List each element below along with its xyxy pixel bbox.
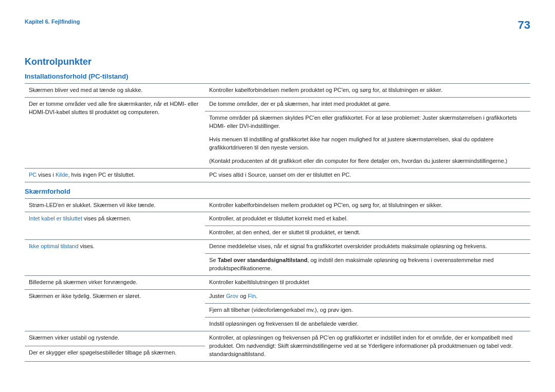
solution-cell: Kontroller kabelforbindelsen mellem prod… [205,84,530,98]
pc-ref: PC [29,172,36,178]
solution-cell: Kontroller, at opløsningen og frekvensen… [205,331,530,361]
solution-cell: Tomme områder på skærmen skyldes PC'en e… [205,111,530,133]
issue-cell: Der er tomme områder ved alle fire skærm… [25,97,205,168]
solution-cell: De tomme områder, der er på skærmen, har… [205,97,530,111]
table-row: Skærmen virker ustabil og rystende. Kont… [25,331,530,346]
solution-cell: (Kontakt producenten af dit grafikkort e… [205,155,530,168]
section2-heading: Skærmforhold [25,188,530,195]
msg-ref: Intet kabel er tilsluttet [29,215,82,221]
issue-cell: Der er skygger eller spøgelsesbilleder t… [25,346,205,361]
table-row: Billederne på skærmen virker forvrængede… [25,276,530,290]
table-row: PC vises i Kilde, hvis ingen PC er tilsl… [25,168,530,182]
chapter-label: Kapitel 6. Fejlfinding [25,18,80,25]
page-title: Kontrolpunkter [25,57,530,67]
solution-cell: Kontroller, at den enhed, der er sluttet… [205,226,530,240]
solution-cell: Kontroller kabeltilslutningen til produk… [205,276,530,290]
section2-table: Strøm-LED'en er slukket. Skærmen vil ikk… [25,198,530,362]
issue-cell: Strøm-LED'en er slukket. Skærmen vil ikk… [25,198,205,212]
table-row: Strøm-LED'en er slukket. Skærmen vil ikk… [25,198,530,212]
solution-cell: Fjern alt tilbehør (videoforlængerkabel … [205,304,530,318]
page: Kapitel 6. Fejlfinding 73 Kontrolpunkter… [0,0,555,392]
table-row: Der er tomme områder ved alle fire skærm… [25,97,530,111]
issue-cell: Skærmen virker ustabil og rystende. [25,331,205,346]
issue-cell: Ikke optimal tilstand vises. [25,240,205,276]
issue-cell: Skærmen bliver ved med at tænde og slukk… [25,84,205,98]
table-row: Skærmen bliver ved med at tænde og slukk… [25,84,530,98]
msg-ref: Ikke optimal tilstand [29,243,79,249]
kilde-ref: Kilde [55,172,68,178]
fin-ref: Fin [248,293,255,299]
page-number: 73 [518,18,530,32]
bold-ref: Tabel over standardsignaltilstand [218,257,308,263]
solution-cell: Kontroller kabelforbindelsen mellem prod… [205,198,530,212]
solution-cell: PC vises altid i Source, uanset om der e… [205,168,530,182]
solution-cell: Kontroller, at produktet er tilsluttet k… [205,212,530,226]
issue-cell: Skærmen er ikke tydelig. Skærmen er slør… [25,290,205,331]
solution-cell: Juster Grov og Fin. [205,290,530,304]
header-row: Kapitel 6. Fejlfinding 73 [25,18,530,32]
table-row: Skærmen er ikke tydelig. Skærmen er slør… [25,290,530,304]
solution-cell: Se Tabel over standardsignaltilstand, og… [205,254,530,276]
solution-cell: Indstil opløsningen og frekvensen til de… [205,317,530,331]
section1-table: Skærmen bliver ved med at tænde og slukk… [25,83,530,182]
issue-cell: Billederne på skærmen virker forvrængede… [25,276,205,290]
issue-cell: PC vises i Kilde, hvis ingen PC er tilsl… [25,168,205,182]
table-row: Intet kabel er tilsluttet vises på skærm… [25,212,530,226]
table-row: Ikke optimal tilstand vises. Denne medde… [25,240,530,254]
issue-cell: Intet kabel er tilsluttet vises på skærm… [25,212,205,240]
section1-heading: Installationsforhold (PC-tilstand) [25,72,530,80]
solution-cell: Denne meddelelse vises, når et signal fr… [205,240,530,254]
grov-ref: Grov [226,293,238,299]
solution-cell: Hvis menuen til indstilling af grafikkor… [205,133,530,155]
